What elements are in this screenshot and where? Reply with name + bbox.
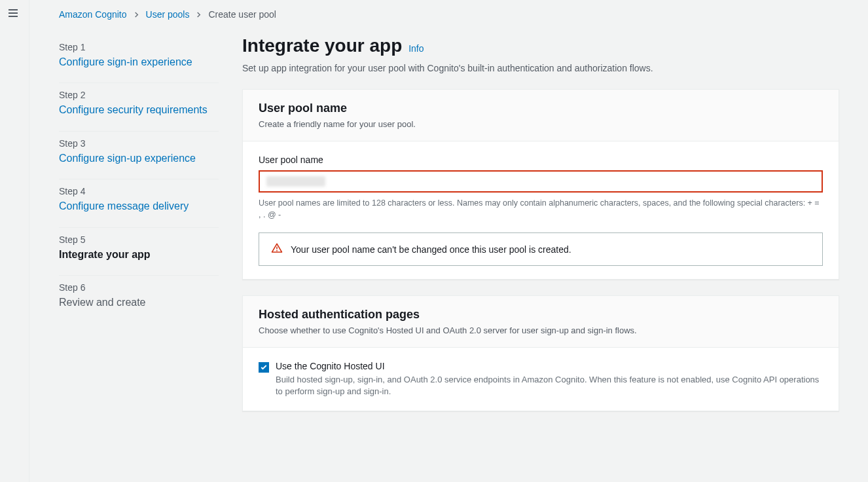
chevron-right-icon	[134, 9, 139, 20]
page-title: Integrate your app	[242, 35, 402, 56]
step-future-review: Review and create	[59, 295, 219, 310]
breadcrumb-link-cognito[interactable]: Amazon Cognito	[59, 9, 127, 20]
step-link-configure-security[interactable]: Configure security requirements	[59, 103, 219, 117]
step-current-integrate-app: Integrate your app	[59, 248, 219, 262]
warning-alert: Your user pool name can't be changed onc…	[259, 232, 823, 266]
warning-icon	[271, 242, 283, 256]
left-divider	[29, 0, 29, 482]
checkbox-label: Use the Cognito Hosted UI	[276, 361, 823, 371]
chevron-right-icon	[196, 9, 202, 20]
panel-heading: User pool name	[259, 102, 823, 115]
redacted-value	[266, 176, 325, 187]
checkbox-desc: Build hosted sign-up, sign-in, and OAuth…	[276, 374, 823, 398]
step-num: Step 6	[59, 282, 219, 293]
step-link-configure-signup[interactable]: Configure sign-up experience	[59, 151, 219, 166]
page-subtitle: Set up app integration for your user poo…	[242, 63, 839, 73]
field-hint: User pool names are limited to 128 chara…	[259, 198, 823, 221]
step-num: Step 2	[59, 90, 219, 100]
hosted-ui-checkbox[interactable]	[259, 362, 269, 373]
panel-hosted-auth: Hosted authentication pages Choose wheth…	[242, 295, 839, 411]
breadcrumb-link-user-pools[interactable]: User pools	[146, 9, 190, 20]
wizard-steps: Step 1 Configure sign-in experience Step…	[59, 35, 219, 427]
user-pool-name-input[interactable]	[259, 170, 823, 193]
warning-text: Your user pool name can't be changed onc…	[291, 244, 571, 255]
step-num: Step 3	[59, 138, 219, 149]
step-num: Step 1	[59, 42, 219, 52]
hamburger-menu-icon[interactable]	[8, 8, 18, 20]
breadcrumb: Amazon Cognito User pools Create user po…	[59, 9, 839, 20]
info-link[interactable]: Info	[408, 43, 424, 54]
panel-heading: Hosted authentication pages	[259, 308, 823, 322]
step-num: Step 4	[59, 186, 219, 196]
step-num: Step 5	[59, 234, 219, 245]
field-label-pool-name: User pool name	[259, 155, 823, 165]
panel-user-pool-name: User pool name Create a friendly name fo…	[242, 89, 839, 280]
panel-desc: Create a friendly name for your user poo…	[259, 119, 823, 129]
svg-point-1	[276, 250, 278, 251]
page-heading-row: Integrate your app Info	[242, 35, 839, 56]
step-link-configure-signin[interactable]: Configure sign-in experience	[59, 55, 219, 69]
panel-desc: Choose whether to use Cognito's Hosted U…	[259, 325, 823, 335]
breadcrumb-current: Create user pool	[208, 9, 276, 20]
step-link-configure-message[interactable]: Configure message delivery	[59, 199, 219, 213]
